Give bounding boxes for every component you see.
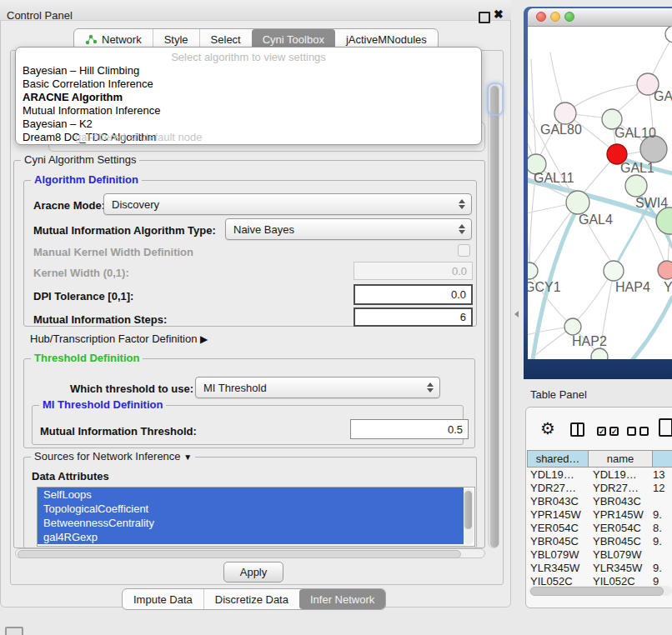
network-edge[interactable] [529, 174, 536, 262]
settings-horizontal-scrollbar[interactable] [15, 548, 485, 558]
network-node[interactable] [604, 261, 624, 281]
window-close-button[interactable] [536, 12, 546, 22]
float-panel-icon[interactable] [479, 12, 490, 23]
aracne-mode-combo[interactable]: Discovery [103, 193, 472, 215]
window-minimize-button[interactable] [550, 12, 560, 22]
table-cell: 12 [648, 482, 672, 494]
table-row[interactable]: YBR045CYBR045C9. [527, 534, 672, 548]
network-node[interactable] [564, 318, 581, 335]
table-cell: YBL079W [527, 548, 586, 561]
network-node-label: GAL10 [614, 126, 656, 140]
mi-steps-label: Mutual Information Steps: [33, 313, 167, 326]
network-node[interactable] [665, 27, 672, 42]
table-cell: YER054C [586, 522, 648, 534]
algorithm-option[interactable]: Basic Correlation Inference [16, 78, 481, 91]
table-cell: YPR145W [586, 508, 648, 521]
checked-checkbox-icon[interactable]: ✓ [597, 427, 606, 436]
network-edge[interactable] [528, 212, 529, 262]
apply-button[interactable]: Apply [223, 562, 283, 582]
attribute-list-scrollbar[interactable] [464, 488, 474, 545]
table-cell: YER054C [527, 522, 586, 534]
which-threshold-combo[interactable]: MI Threshold [195, 377, 440, 398]
table-row[interactable]: YDR27…YDR27…12 [527, 481, 672, 494]
mi-type-combo[interactable]: Naive Bayes [225, 218, 472, 240]
kernel-width-field[interactable]: 0.0 [354, 262, 473, 280]
table-row[interactable]: YBL079WYBL079W [527, 548, 672, 561]
network-node[interactable] [625, 175, 647, 197]
bottom-tabs: Impute Data Discretize Data Infer Networ… [122, 588, 386, 610]
algorithm-option[interactable]: Bayesian – K2 [16, 118, 481, 131]
network-node[interactable] [554, 102, 576, 124]
minimized-panel-icon[interactable] [5, 627, 23, 635]
data-attribute-item[interactable]: gal4RGexp [38, 530, 464, 544]
mi-type-label: Mutual Information Algorithm Type: [33, 224, 216, 237]
expanded-arrow-icon: ▼ [183, 452, 192, 462]
column-header-name[interactable]: name [589, 450, 653, 468]
table-row[interactable]: YPR145WYPR145W9. [527, 508, 672, 521]
network-window-titlebar[interactable] [528, 8, 672, 27]
network-node-label: GAL80 [540, 122, 582, 137]
unchecked-checkbox-icon[interactable] [627, 427, 636, 436]
table-row[interactable]: YLR345WYLR345W9. [527, 561, 672, 574]
settings-vertical-scrollbar[interactable] [488, 83, 499, 548]
table-row[interactable]: YIL052CYIL052C9 [527, 574, 672, 585]
table-cell: YBL079W [586, 548, 648, 561]
network-tab-icon [85, 34, 98, 45]
sources-group-title[interactable]: Sources for Network Inference ▼ [31, 450, 195, 462]
network-edge[interactable] [577, 279, 608, 320]
table-row[interactable]: YDL19…YDL19…13 [527, 468, 672, 481]
splitter-collapse-arrow[interactable] [514, 311, 519, 318]
network-edge[interactable] [565, 84, 648, 113]
table-cell: YDR27… [527, 482, 586, 494]
table-row[interactable]: YBR043CYBR043C [527, 494, 672, 508]
hub-definition-toggle[interactable]: Hub/Transcription Factor Definition ▶ [30, 332, 208, 345]
network-node-label: GCY1 [528, 280, 561, 294]
mi-threshold-field[interactable]: 0.5 [350, 419, 469, 439]
network-node[interactable] [566, 191, 589, 214]
table-cell: YDL19… [527, 468, 586, 481]
checked-checkbox-icon[interactable]: ✓ [609, 427, 619, 436]
algorithm-option[interactable]: Bayesian – Hill Climbing [16, 64, 481, 78]
table-horizontal-scrollbar[interactable] [529, 586, 672, 596]
manual-kernel-checkbox[interactable] [458, 244, 470, 257]
column-layout-icon[interactable] [570, 422, 584, 437]
table-cell: YBR045C [586, 535, 648, 548]
tab-discretize-data[interactable]: Discretize Data [203, 589, 299, 609]
network-edge[interactable] [531, 59, 536, 164]
table-row[interactable]: YER054CYER054C8. [527, 521, 672, 534]
algorithm-option[interactable]: ARACNE Algorithm [16, 91, 481, 104]
table-cell: YBR043C [527, 495, 586, 508]
combo-stepper-icon [459, 224, 465, 234]
window-zoom-button[interactable] [564, 12, 574, 22]
tab-infer-network[interactable]: Infer Network [299, 589, 385, 609]
column-header-partial[interactable] [653, 450, 672, 468]
close-panel-icon[interactable]: ✖ [494, 8, 504, 21]
network-node[interactable] [591, 348, 608, 359]
table-cell: YIL052C [527, 575, 586, 586]
algorithm-option[interactable]: Mutual Information Inference [16, 104, 481, 118]
document-icon[interactable] [659, 418, 672, 437]
gear-icon[interactable]: ⚙ [540, 418, 555, 438]
tab-network-label: Network [102, 33, 142, 46]
network-node[interactable] [658, 261, 672, 279]
table-cell: 9 [648, 575, 672, 586]
hub-definition-label: Hub/Transcription Factor Definition [30, 332, 197, 345]
control-panel-title: Control Panel [7, 9, 73, 22]
network-node[interactable] [656, 208, 672, 234]
dpi-tolerance-field[interactable]: 0.0 [354, 284, 473, 305]
tab-impute-data[interactable]: Impute Data [123, 589, 203, 609]
network-canvas[interactable]: GALGAL80GAL10GAL1GAL11SWI4GAL4GCY1HAP4YH… [528, 27, 672, 359]
mi-steps-field[interactable]: 6 [354, 308, 473, 327]
unchecked-checkbox-icon[interactable] [639, 427, 649, 436]
data-attribute-item[interactable]: SelfLoops [38, 488, 464, 502]
data-attributes-list[interactable]: SelfLoopsTopologicalCoefficientBetweenne… [37, 487, 475, 547]
network-node[interactable] [528, 262, 538, 279]
column-header-shared[interactable]: shared… [527, 450, 589, 468]
network-node-label: HAP4 [615, 280, 650, 294]
network-node-label: Y [664, 280, 672, 294]
control-panel-titlebar [0, 0, 511, 21]
network-edge[interactable] [618, 203, 649, 262]
data-attribute-item[interactable]: BetweennessCentrality [38, 516, 464, 530]
network-edge[interactable] [633, 298, 672, 359]
data-attribute-item[interactable]: TopologicalCoefficient [38, 502, 464, 516]
